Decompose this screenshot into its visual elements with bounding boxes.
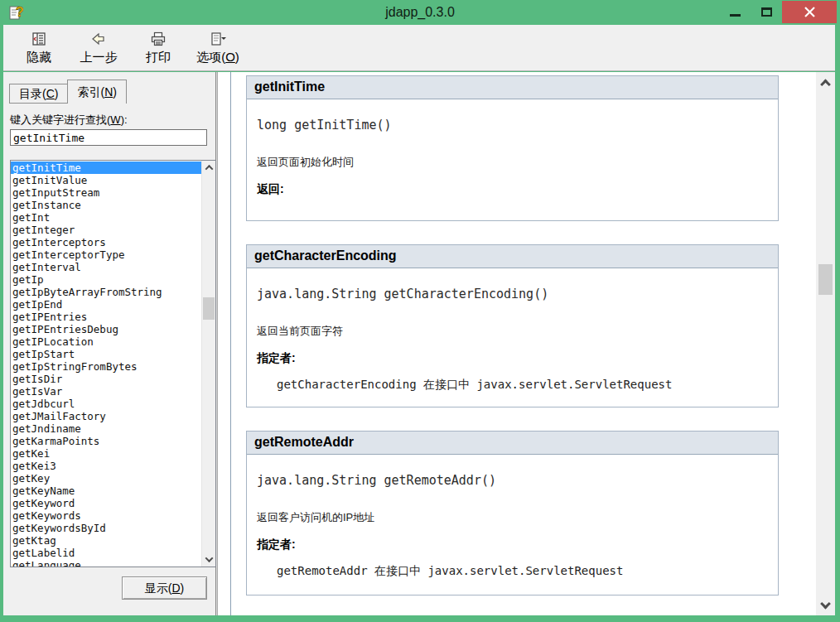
display-button[interactable]: 显示(D) [122,576,207,600]
keyword-listbox: getInitTimegetInitValuegetInputStreamget… [10,160,216,567]
list-item[interactable]: getInt [11,211,201,224]
list-item[interactable]: getKei3 [11,460,201,472]
scroll-up-icon[interactable] [816,72,835,94]
list-item[interactable]: getKeyword [11,497,201,509]
list-item[interactable]: getJndiname [11,422,201,435]
window-title: jdapp_0.3.0 [0,5,840,20]
section-label: 返回: [257,182,768,197]
close-button[interactable] [782,1,837,23]
list-item[interactable]: getKey [11,472,201,485]
content-scrollbar[interactable] [816,72,835,615]
scroll-up-icon[interactable] [202,161,215,175]
list-item[interactable]: getKeyName [11,485,201,497]
section-detail: getRemoteAddr 在接口中 javax.servlet.Servlet… [277,564,768,579]
list-scrollbar[interactable] [201,161,215,567]
list-item[interactable]: getIsDir [11,373,201,385]
list-item[interactable]: getInterval [11,261,201,273]
list-item[interactable]: getInitTime [11,162,201,174]
back-arrow-icon [90,31,107,47]
section-detail: getCharacterEncoding 在接口中 javax.servlet.… [277,378,768,393]
navigation-panel: 目录(C) 索引(N) 键入关键字进行查找(W): getInitTimeget… [3,72,217,615]
keyword-list-items: getInitTimegetInitValuegetInputStreamget… [11,161,201,567]
keyword-search-input[interactable] [10,129,207,146]
tab-index[interactable]: 索引(N) [67,80,126,104]
maximize-icon [761,7,772,17]
close-icon [804,6,816,18]
list-item[interactable]: getIPLocation [11,335,201,348]
list-item[interactable]: getInterceptorType [11,248,201,261]
back-button[interactable]: 上一步 [75,27,123,69]
doc-section-getcharacterencoding: getCharacterEncoding java.lang.String ge… [246,244,779,407]
list-item[interactable]: getJdbcurl [11,398,201,410]
keyword-search-label: 键入关键字进行查找(W): [10,113,128,128]
section-body: long getInitTime() 返回页面初始化时间 返回: [247,99,778,220]
minimize-icon [730,14,741,17]
printer-icon [150,31,167,47]
method-description: 返回客户访问机的IP地址 [257,510,768,525]
method-description: 返回当前页面字符 [257,324,768,339]
nav-tabs: 目录(C) 索引(N) [9,80,127,104]
list-item[interactable]: getInitValue [11,174,201,186]
list-item[interactable]: getIPEntries [11,311,201,323]
section-title: getInitTime [247,76,778,99]
section-body: java.lang.String getCharacterEncoding() … [247,268,778,407]
help-content-pane: getInitTime long getInitTime() 返回页面初始化时间… [230,72,835,615]
page-options-icon [209,31,227,47]
hide-button-label: 隐藏 [27,50,51,65]
list-item[interactable]: getIpStart [11,348,201,360]
doc-section-getinittime: getInitTime long getInitTime() 返回页面初始化时间… [246,75,779,221]
tab-contents[interactable]: 目录(C) [9,84,68,104]
doc-sections: getInitTime long getInitTime() 返回页面初始化时间… [246,75,779,619]
list-item[interactable]: getIp [11,273,201,286]
list-item[interactable]: getIsVar [11,385,201,398]
method-signature: java.lang.String getRemoteAddr() [257,473,768,488]
list-item[interactable]: getLabelid [11,547,201,559]
list-item[interactable]: getKei [11,447,201,460]
toolbar: 隐藏 上一步 打印 [3,25,835,71]
back-button-label: 上一步 [80,50,118,65]
hide-button[interactable]: 隐藏 [15,27,63,69]
maximize-button[interactable] [751,1,782,23]
list-item[interactable]: getIpEnd [11,298,201,311]
window-controls [719,1,837,23]
section-label: 指定者: [257,538,768,552]
main-area: 目录(C) 索引(N) 键入关键字进行查找(W): getInitTimeget… [3,72,835,615]
method-signature: long getInitTime() [257,118,768,133]
app-window: ? jdapp_0.3.0 [0,0,840,622]
method-description: 返回页面初始化时间 [257,155,768,170]
list-item[interactable]: getKarmaPoints [11,435,201,447]
list-item[interactable]: getKtag [11,534,201,547]
list-item[interactable]: getKeywords [11,509,201,522]
scroll-down-icon[interactable] [202,552,215,567]
list-item[interactable]: getJMailFactory [11,410,201,422]
list-item[interactable]: getIpStringFromBytes [11,360,201,373]
options-button-label: 选项(O) [196,50,239,65]
list-item[interactable]: getLanguage [11,559,201,567]
section-label: 指定者: [257,351,768,366]
list-item[interactable]: getInteger [11,224,201,236]
list-item[interactable]: getInstance [11,199,201,211]
hide-panel-icon [31,31,47,47]
method-signature: java.lang.String getCharacterEncoding() [257,287,768,301]
list-item[interactable]: getIPEntriesDebug [11,323,201,335]
print-button[interactable]: 打印 [134,27,182,69]
list-item[interactable]: getKeywordsById [11,522,201,534]
doc-section-getremoteaddr: getRemoteAddr java.lang.String getRemote… [246,431,779,595]
title-bar: ? jdapp_0.3.0 [0,0,840,25]
list-item[interactable]: getIpByteArrayFromString [11,286,201,298]
section-title: getRemoteAddr [247,432,778,455]
list-item[interactable]: getInputStream [11,186,201,199]
list-scrollbar-thumb[interactable] [203,297,215,320]
print-button-label: 打印 [146,50,171,65]
panel-splitter[interactable] [217,72,230,615]
list-item[interactable]: getInterceptors [11,236,201,248]
section-body: java.lang.String getRemoteAddr() 返回客户访问机… [247,455,778,595]
scroll-down-icon[interactable] [816,594,835,615]
section-title: getCharacterEncoding [247,245,778,268]
minimize-button[interactable] [719,1,751,23]
options-button[interactable]: 选项(O) [194,27,242,69]
content-scrollbar-thumb[interactable] [818,264,833,295]
